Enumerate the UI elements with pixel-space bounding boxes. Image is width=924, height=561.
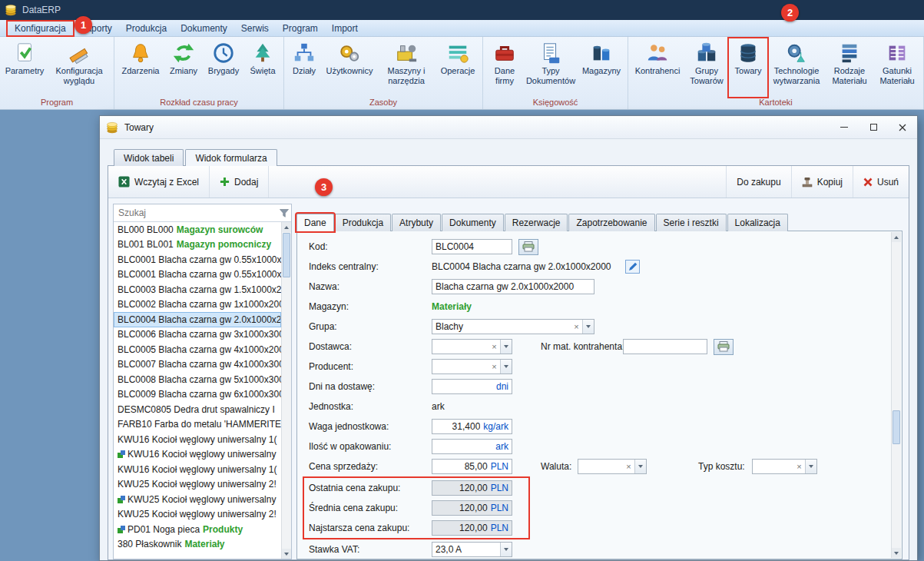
ribbon-button-gatunki-materialu[interactable]: Gatunki Materiału <box>873 38 921 97</box>
list-item[interactable]: BLC0009 Blacha czarna gw 6x1000x300 <box>114 387 281 403</box>
add-button[interactable]: Dodaj <box>210 166 269 198</box>
ribbon-button-swieta[interactable]: Święta <box>244 38 281 97</box>
edit-indeks-button[interactable] <box>625 260 640 274</box>
ribbon-button-maszyny[interactable]: Maszyny i narzędzia <box>377 38 436 97</box>
menu-dokumenty[interactable]: Dokumenty <box>174 22 234 35</box>
list-item[interactable]: KWU25 Kocioł węglowy uniwersalny <box>114 492 281 507</box>
typ-kosztu-combobox[interactable]: × <box>752 459 817 474</box>
print-nr-mat-button[interactable] <box>714 339 734 355</box>
tab-zapotrzebowanie[interactable]: Zapotrzebowanie <box>568 214 654 231</box>
menu-program[interactable]: Program <box>276 22 325 35</box>
list-item[interactable]: BLC0001 Blacha czarna gw 0.55x1000x <box>114 252 281 267</box>
menu-produkcja[interactable]: Produkcja <box>119 22 174 35</box>
menu-import[interactable]: Import <box>325 22 365 35</box>
menu-serwis[interactable]: Serwis <box>234 22 276 35</box>
list-item[interactable]: PD01 Noga piecaProdukty <box>114 522 281 537</box>
ribbon-button-zdarzenia[interactable]: Zdarzenia <box>117 38 164 97</box>
clear-icon[interactable]: × <box>623 462 634 471</box>
nr-mat-input[interactable] <box>623 339 707 354</box>
tab-serie-i-resztki[interactable]: Serie i resztki <box>656 214 727 231</box>
ribbon-button-towary[interactable]: Towary <box>729 38 767 97</box>
list-scrollbar-thumb[interactable] <box>283 233 290 277</box>
ribbon-button-kontrahenci[interactable]: Kontrahenci <box>631 38 684 97</box>
minimize-button[interactable] <box>830 116 859 138</box>
list-item[interactable]: KWU16 Kocioł węglowy uniwersalny <box>114 447 281 463</box>
list-scrollbar[interactable] <box>281 222 291 559</box>
ribbon-button-dane-firmy[interactable]: Dane firmy <box>485 38 524 97</box>
list-item[interactable]: BLC0006 Blacha czarna gw 3x1000x300 <box>114 327 281 343</box>
dropdown-button[interactable] <box>500 360 512 373</box>
producent-combobox[interactable]: × <box>432 359 512 374</box>
tab-rezerwacje[interactable]: Rezerwacje <box>505 214 568 231</box>
to-purchase-button[interactable]: Do zakupu <box>726 166 790 198</box>
load-from-excel-button[interactable]: Wczytaj z Excel <box>108 166 210 198</box>
dropdown-button[interactable] <box>634 460 646 473</box>
list-item[interactable]: BL001 BL001Magazyn pomocniczy <box>114 237 281 253</box>
list-item[interactable]: BLC0003 Blacha czarna gw 1.5x1000x2 <box>114 282 281 297</box>
ribbon-button-magazyny[interactable]: Magazyny <box>578 38 625 97</box>
kod-input[interactable]: BLC0004 <box>432 239 512 254</box>
ribbon-button-zmiany[interactable]: Zmiany <box>164 38 203 97</box>
tab-widok-tabeli[interactable]: Widok tabeli <box>114 149 184 166</box>
filter-funnel-icon[interactable] <box>280 209 289 217</box>
copy-button[interactable]: Kopiuj <box>791 166 853 198</box>
list-item[interactable]: BLC0007 Blacha czarna gw 4x1000x300 <box>114 357 281 373</box>
delete-button[interactable]: Usuń <box>853 166 909 198</box>
dostawca-combobox[interactable]: × <box>432 339 512 354</box>
form-scrollbar[interactable] <box>891 232 901 558</box>
tab-lokalizacja[interactable]: Lokalizacja <box>727 214 788 231</box>
list-item[interactable]: DESMC0805 Dedra drut spawalniczy I <box>114 402 281 417</box>
list-item[interactable]: BLC0008 Blacha czarna gw 5x1000x300 <box>114 372 281 387</box>
list-item[interactable]: KWU25 Kocioł węglowy uniwersalny 2! <box>114 477 281 493</box>
clear-icon[interactable]: × <box>488 342 500 351</box>
nazwa-input[interactable]: Blacha czarna gw 2.0x1000x2000 <box>432 279 594 294</box>
close-button[interactable] <box>888 116 917 138</box>
list-item[interactable]: KWU16 Kocioł węglowy uniwersalny 1( <box>114 432 281 447</box>
print-kod-button[interactable] <box>518 239 538 255</box>
ribbon-button-technologie[interactable]: Technologie wytwarzania <box>767 38 826 97</box>
scroll-up-arrow[interactable] <box>892 232 901 242</box>
list-item[interactable]: BLC0002 Blacha czarna gw 1x1000x200 <box>114 297 281 313</box>
ribbon-button-operacje[interactable]: Operacje <box>436 38 480 97</box>
scroll-down-arrow[interactable] <box>282 549 291 559</box>
dni-input[interactable]: dni <box>432 379 512 394</box>
clear-icon[interactable]: × <box>488 362 500 371</box>
list-item[interactable]: FARB10 Farba do metalu 'HAMMERITE <box>114 417 281 433</box>
ribbon-button-uzytkownicy[interactable]: Użytkownicy <box>322 38 377 97</box>
tab-dane[interactable]: Dane <box>296 214 334 231</box>
grupa-combobox[interactable]: Blachy × <box>432 319 594 334</box>
dropdown-button[interactable] <box>500 543 512 556</box>
tab-produkcja[interactable]: Produkcja <box>335 214 391 231</box>
tab-dokumenty[interactable]: Dokumenty <box>442 214 504 231</box>
clear-icon[interactable]: × <box>571 322 582 331</box>
ilosc-input[interactable]: ark <box>432 439 512 454</box>
scroll-up-arrow[interactable] <box>282 222 291 232</box>
list-item-selected[interactable]: BLC0004 Blacha czarna gw 2.0x1000x2 <box>114 312 281 327</box>
dropdown-button[interactable] <box>582 320 594 334</box>
list-item[interactable]: BLC0005 Blacha czarna gw 4x1000x200 <box>114 342 281 357</box>
form-scrollbar-thumb[interactable] <box>893 410 900 444</box>
scroll-down-arrow[interactable] <box>892 548 901 558</box>
cena-sprzedazy-input[interactable]: 85,00PLN <box>432 459 512 474</box>
ribbon-button-dzialy[interactable]: Działy <box>286 38 322 97</box>
ribbon-button-grupy-towarow[interactable]: Grupy Towarów <box>684 38 729 97</box>
search-input[interactable] <box>118 207 280 218</box>
list-item[interactable]: KWU16 Kocioł węglowy uniwersalny 1( <box>114 462 281 477</box>
list-item[interactable]: 380 PłaskownikMateriały <box>114 537 281 553</box>
ribbon-button-brygady[interactable]: Brygady <box>203 38 244 97</box>
ribbon-button-typy-dokumentow[interactable]: Typy Dokumentów <box>524 38 578 97</box>
list-item[interactable]: KWU25 Kocioł węglowy uniwersalny 2! <box>114 507 281 523</box>
tab-widok-formularza[interactable]: Widok formularza <box>185 149 277 166</box>
ribbon-button-konfiguracja-wygladu[interactable]: Konfiguracja wyglądu <box>47 38 111 97</box>
clear-icon[interactable]: × <box>793 462 805 471</box>
vat-combobox[interactable]: 23,0 A <box>432 542 512 557</box>
dropdown-button[interactable] <box>500 340 512 354</box>
waga-input[interactable]: 31,400kg/ark <box>432 419 512 434</box>
list-item[interactable]: BL000 BL000Magazyn surowców <box>114 222 281 237</box>
list-item[interactable]: BLC0001 Blacha czarna gw 0.55x1000x <box>114 267 281 283</box>
tab-atrybuty[interactable]: Atrybuty <box>392 214 441 231</box>
ribbon-button-rodzaje-materialu[interactable]: Rodzaje Materiału <box>826 38 873 97</box>
ribbon-button-parametry[interactable]: Parametry <box>2 38 47 97</box>
waluta-combobox[interactable]: × <box>578 459 647 474</box>
maximize-button[interactable] <box>859 116 888 138</box>
